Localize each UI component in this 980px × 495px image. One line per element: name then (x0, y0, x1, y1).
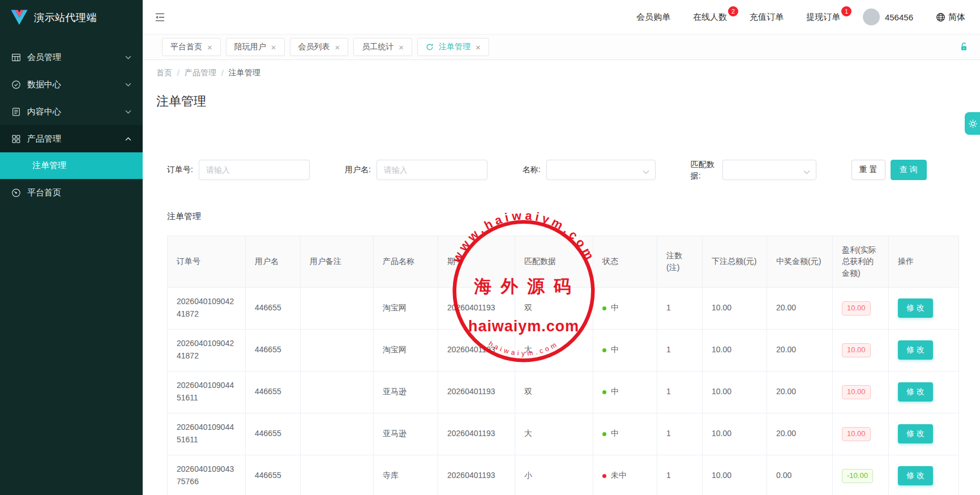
column-header: 期号 (438, 236, 515, 287)
sidebar-item-label: 内容中心 (27, 106, 61, 117)
app-title: 演示站代理端 (34, 11, 97, 24)
user-menu[interactable]: 456456 (863, 8, 913, 25)
close-icon[interactable]: × (207, 43, 212, 52)
settings-fab[interactable] (965, 112, 980, 135)
search-button[interactable]: 查 询 (891, 160, 927, 180)
cell-match: 双 (515, 371, 593, 413)
close-icon[interactable]: × (335, 43, 340, 52)
breadcrumb-product[interactable]: 产品管理 (185, 68, 216, 78)
cell-period: 20260401193 (438, 371, 515, 413)
sidebar-item-data-center[interactable]: 数据中心 (0, 71, 143, 98)
status-dot (602, 390, 606, 394)
table-header-row: 订单号 用户名 用户备注 产品名称 期号 匹配数据 状态 注数(注) 下注总额(… (168, 236, 959, 287)
chevron-down-icon (125, 56, 131, 59)
column-header: 用户名 (246, 236, 301, 287)
tab-staff-stats[interactable]: 员工统计 × (353, 38, 412, 56)
filter-name: 名称: (523, 160, 656, 180)
column-header: 注数(注) (657, 236, 703, 287)
bet-orders-table: 订单号 用户名 用户备注 产品名称 期号 匹配数据 状态 注数(注) 下注总额(… (167, 236, 959, 495)
match-data-select[interactable] (722, 160, 816, 180)
edit-button[interactable]: 修 改 (898, 466, 933, 485)
cell-match: 大 (515, 329, 593, 371)
nav-online-count[interactable]: 在线人数 2 (693, 12, 727, 23)
cell-period: 20260401193 (438, 329, 515, 371)
cell-prize: 20.00 (767, 413, 833, 455)
tab-bet-management[interactable]: 注单管理 × (417, 38, 489, 56)
cell-bet-total: 10.00 (703, 287, 767, 329)
dashboard-icon (11, 188, 21, 198)
cell-match: 小 (515, 455, 593, 495)
table-row: 202604010904375766 446655 寺库 20260401193… (168, 455, 959, 495)
username-label: 用户名: (345, 165, 371, 175)
column-header: 盈利(实际总获利的金额) (833, 236, 889, 287)
tab-label: 平台首页 (170, 42, 202, 52)
nav-label: 会员购单 (636, 12, 670, 22)
cell-profit: 10.00 (833, 329, 889, 371)
cell-bet-total: 10.00 (703, 371, 767, 413)
sidebar-item-platform-home[interactable]: 平台首页 (0, 179, 143, 206)
column-header: 中奖金额(元) (767, 236, 833, 287)
username-input[interactable] (376, 160, 487, 180)
topbar-right: 会员购单 在线人数 2 充值订单 提现订单 1 456456 (636, 8, 965, 25)
username: 456456 (885, 12, 913, 22)
edit-button[interactable]: 修 改 (898, 298, 933, 318)
reset-button[interactable]: 重 置 (851, 160, 885, 180)
cell-status: 中 (593, 413, 657, 455)
sidebar-item-label: 数据中心 (27, 79, 61, 90)
sidebar-subitem-bet-management[interactable]: 注单管理 (0, 152, 143, 179)
nav-withdraw-orders[interactable]: 提现订单 1 (806, 12, 840, 23)
tab-label: 注单管理 (439, 42, 470, 52)
cell-order-no: 202604010904451611 (168, 413, 246, 455)
cell-status: 未中 (593, 455, 657, 495)
chevron-up-icon (125, 137, 131, 141)
edit-button[interactable]: 修 改 (898, 382, 933, 402)
filter-match-data: 匹配数据: (691, 159, 816, 182)
sidebar: 演示站代理端 会员管理 数据中心 (0, 0, 143, 495)
cell-bet-count: 1 (657, 329, 703, 371)
status-dot (602, 432, 606, 436)
filter-buttons: 重 置 查 询 (851, 160, 927, 180)
unlock-icon[interactable] (959, 42, 969, 52)
nav-recharge-orders[interactable]: 充值订单 (750, 12, 784, 23)
name-label: 名称: (523, 165, 541, 175)
cell-profit: 10.00 (833, 413, 889, 455)
nav-label: 在线人数 (693, 12, 727, 22)
refresh-icon[interactable] (426, 43, 434, 51)
cell-bet-count: 1 (657, 371, 703, 413)
language-switcher[interactable]: 简体 (936, 12, 965, 23)
cell-order-no: 202604010904451611 (168, 371, 246, 413)
filter-username: 用户名: (345, 160, 487, 180)
check-circle-icon (11, 80, 21, 89)
status-text: 中 (611, 429, 619, 438)
cell-product: 淘宝网 (374, 329, 438, 371)
column-header: 产品名称 (374, 236, 438, 287)
name-select[interactable] (546, 160, 656, 180)
nav-member-orders[interactable]: 会员购单 (636, 12, 670, 23)
sidebar-nav: 会员管理 数据中心 内容中心 (0, 35, 143, 206)
tab-companion-users[interactable]: 陪玩用户 × (226, 38, 285, 56)
close-icon[interactable]: × (476, 43, 481, 52)
sidebar-item-member-management[interactable]: 会员管理 (0, 44, 143, 71)
edit-button[interactable]: 修 改 (898, 340, 933, 360)
logo-row: 演示站代理端 (0, 0, 143, 35)
close-icon[interactable]: × (271, 43, 276, 52)
sidebar-collapse-icon[interactable] (155, 12, 165, 22)
sidebar-item-content-center[interactable]: 内容中心 (0, 98, 143, 125)
sidebar-item-product-management[interactable]: 产品管理 (0, 125, 143, 152)
cell-username: 446655 (246, 287, 301, 329)
cell-remark (301, 455, 374, 495)
breadcrumb-home[interactable]: 首页 (156, 68, 172, 78)
online-count-badge: 2 (728, 6, 738, 16)
cell-prize: 20.00 (767, 329, 833, 371)
language-label: 简体 (948, 12, 965, 23)
grid-icon (11, 134, 21, 144)
close-icon[interactable]: × (399, 43, 404, 52)
tab-platform-home[interactable]: 平台首页 × (162, 38, 221, 56)
status-text: 中 (611, 303, 619, 312)
tab-member-list[interactable]: 会员列表 × (290, 38, 349, 56)
profit-badge: 10.00 (842, 385, 871, 399)
filter-bar: 订单号: 用户名: 名称: 匹配数据: (156, 159, 966, 182)
cell-username: 446655 (246, 329, 301, 371)
edit-button[interactable]: 修 改 (898, 424, 933, 443)
order-no-input[interactable] (199, 160, 310, 180)
